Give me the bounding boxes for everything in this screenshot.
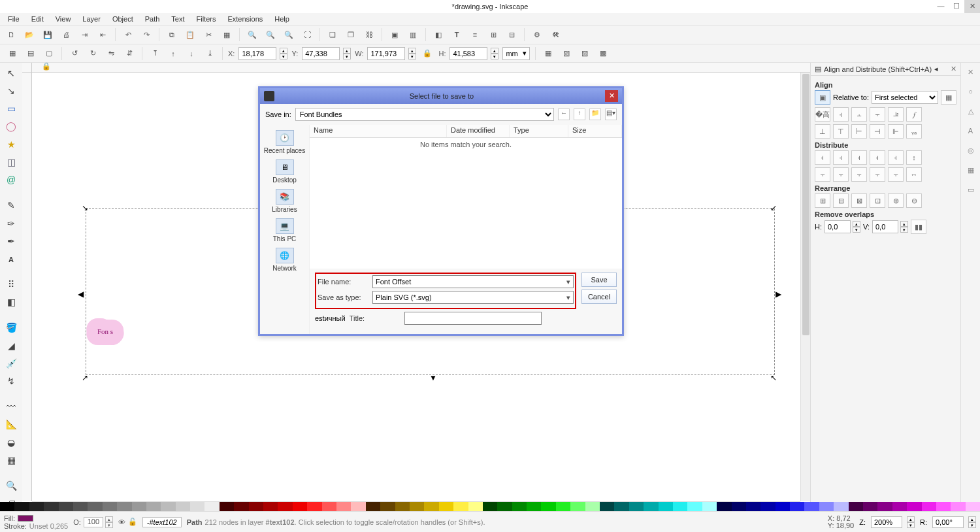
save-in-select[interactable]: Font Bundles xyxy=(295,108,554,121)
unlink-icon[interactable]: ⛓ xyxy=(362,27,376,42)
align-right-edges[interactable]: ⫠ xyxy=(851,107,867,122)
rearr-1[interactable]: ⊞ xyxy=(815,193,830,208)
zoom-tool[interactable]: 🔍 xyxy=(3,478,20,493)
ungroup-icon[interactable]: ▥ xyxy=(406,27,420,42)
dist-11[interactable]: ⫟ xyxy=(888,167,904,182)
align-bottom3[interactable]: ⊢ xyxy=(851,124,867,139)
clone-icon[interactable]: ❐ xyxy=(344,27,358,42)
anchor-button[interactable]: ▣ xyxy=(815,90,830,105)
dist-1[interactable]: ⫞ xyxy=(815,150,830,165)
saveas-select[interactable]: Plain SVG (*.svg)▾ xyxy=(372,291,574,304)
x-up[interactable]: ▴ xyxy=(280,48,287,54)
flip-v-icon[interactable]: ⇵ xyxy=(122,46,137,61)
3dbox-tool[interactable]: ◫ xyxy=(3,154,20,169)
rearr-4[interactable]: ⊡ xyxy=(870,193,885,208)
eraser-tool[interactable]: ◧ xyxy=(3,295,20,310)
h-input[interactable]: 41,583 xyxy=(449,47,487,60)
doc-title-input[interactable] xyxy=(404,312,542,325)
copy-icon[interactable]: ⧉ xyxy=(165,27,179,42)
y-up[interactable]: ▴ xyxy=(343,48,351,54)
raise-top-icon[interactable]: ⤒ xyxy=(148,46,162,61)
col-type[interactable]: Type xyxy=(510,125,568,137)
align-top-edges[interactable]: ⫟ xyxy=(870,107,885,122)
snap-page-icon[interactable]: ▭ xyxy=(964,186,977,199)
dist-7[interactable]: ⫟ xyxy=(815,167,830,182)
rearr-3[interactable]: ⊠ xyxy=(851,193,867,208)
layer-lock-icon[interactable]: 🔓 xyxy=(128,518,137,526)
newfolder-icon[interactable]: 📁 xyxy=(589,108,601,120)
selector-tool[interactable]: ↖ xyxy=(3,65,20,80)
menu-text[interactable]: Text xyxy=(166,14,189,24)
sel-handle-sw[interactable]: ↗ xyxy=(82,373,88,379)
back-icon[interactable]: ← xyxy=(558,108,570,120)
rect-tool[interactable]: ▭ xyxy=(3,101,20,116)
gradient-tool[interactable]: ◢ xyxy=(3,338,20,353)
panel-menu-icon[interactable]: ◂ xyxy=(934,65,938,73)
rotate-ccw-icon[interactable]: ↺ xyxy=(67,46,82,61)
viewmenu-icon[interactable]: ▤▾ xyxy=(605,108,617,120)
dist-9[interactable]: ⫟ xyxy=(851,167,867,182)
bezier-tool[interactable]: ✑ xyxy=(3,216,20,231)
relative-to-select[interactable]: First selected xyxy=(872,91,938,104)
rearr-6[interactable]: ⊖ xyxy=(906,193,922,208)
star-tool[interactable]: ★ xyxy=(3,137,20,152)
align-bottom4[interactable]: ⊣ xyxy=(870,124,885,139)
export-icon[interactable]: ⇤ xyxy=(95,27,110,42)
col-name[interactable]: Name xyxy=(310,125,447,137)
sel-handle-nw[interactable]: ↘ xyxy=(82,203,88,209)
lower-bottom-icon[interactable]: ⤓ xyxy=(203,46,217,61)
minimize-button[interactable]: — xyxy=(933,0,949,13)
sel-handle-e[interactable]: ▶ xyxy=(776,290,781,295)
align-bottom[interactable]: ⊥ xyxy=(815,124,830,139)
pencil-tool[interactable]: ✎ xyxy=(3,198,20,213)
measure-tool[interactable]: 📐 xyxy=(3,417,20,432)
snap-toggle-icon[interactable]: ✕ xyxy=(964,68,977,81)
y-input[interactable]: 47,338 xyxy=(302,47,340,60)
xml-icon[interactable]: ⊞ xyxy=(486,27,500,42)
y-down[interactable]: ▾ xyxy=(343,54,351,59)
dist-8[interactable]: ⫟ xyxy=(833,167,849,182)
align-text2[interactable]: ᵧₐ xyxy=(906,124,922,139)
affect-gradient-icon[interactable]: ▨ xyxy=(578,46,592,61)
snap-text-icon[interactable]: A xyxy=(964,127,977,140)
place-libraries[interactable]: 📚Libraries xyxy=(260,186,309,216)
zoom-in-icon[interactable]: 🔍 xyxy=(245,27,259,42)
lpe-tool[interactable]: ◒ xyxy=(3,435,20,450)
layer-indicator[interactable]: -#text102 xyxy=(142,517,182,527)
redo-icon[interactable]: ↷ xyxy=(139,27,154,42)
spray-tool[interactable]: ⠿ xyxy=(3,276,20,291)
align-bottom5[interactable]: ⊩ xyxy=(888,124,904,139)
zoom-fit-icon[interactable]: 🔍 xyxy=(282,27,296,42)
scrollbar-vertical[interactable] xyxy=(800,73,810,501)
affect-stroke-icon[interactable]: ▦ xyxy=(541,46,555,61)
layers-icon[interactable]: ≡ xyxy=(468,27,482,42)
snap-path-icon[interactable]: △ xyxy=(964,107,977,120)
menu-path[interactable]: Path xyxy=(140,14,165,24)
dist-3[interactable]: ⫞ xyxy=(851,150,867,165)
spiral-tool[interactable]: @ xyxy=(3,173,20,188)
x-down[interactable]: ▾ xyxy=(280,54,287,59)
file-list[interactable]: Name Date modified Type Size No items ma… xyxy=(310,125,622,269)
raise-icon[interactable]: ↑ xyxy=(166,46,180,61)
menu-object[interactable]: Object xyxy=(107,14,139,24)
new-icon[interactable]: 🗋 xyxy=(4,27,18,42)
dist-2[interactable]: ⫞ xyxy=(833,150,849,165)
import-icon[interactable]: ⇥ xyxy=(77,27,91,42)
zoom-input[interactable]: 200% xyxy=(871,516,902,528)
mesh-tool[interactable]: ▦ xyxy=(3,452,20,467)
fill-swatch[interactable] xyxy=(18,515,33,522)
group-icon[interactable]: ▣ xyxy=(387,27,402,42)
zoom-page-icon[interactable]: ⛶ xyxy=(300,27,314,42)
overlap-v-input[interactable]: 0,0 xyxy=(872,220,898,233)
lock-aspect-icon[interactable]: 🔒 xyxy=(420,46,434,61)
align-center-h[interactable]: ⫞ xyxy=(833,107,849,122)
select-layers-icon[interactable]: ▤ xyxy=(24,46,38,61)
menu-filters[interactable]: Filters xyxy=(191,14,221,24)
affect-pattern-icon[interactable]: ▩ xyxy=(596,46,610,61)
treat-as-group-icon[interactable]: ▦ xyxy=(941,90,956,105)
filename-input[interactable]: Font Offset▾ xyxy=(372,275,574,288)
w-up[interactable]: ▴ xyxy=(408,48,416,54)
cancel-button[interactable]: Cancel xyxy=(581,290,617,304)
save-icon[interactable]: 💾 xyxy=(41,27,55,42)
rearr-2[interactable]: ⊟ xyxy=(833,193,849,208)
